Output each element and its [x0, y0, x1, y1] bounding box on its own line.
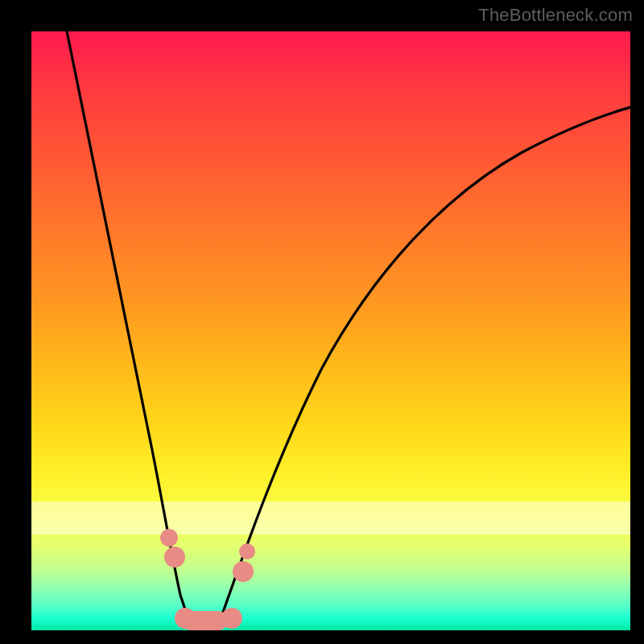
- marker-dot: [164, 547, 185, 568]
- marker-dot: [239, 543, 255, 559]
- marker-dot: [233, 561, 254, 582]
- bottleneck-curve: [31, 31, 630, 630]
- watermark-text: TheBottleneck.com: [478, 5, 633, 26]
- plot-area: [31, 31, 630, 630]
- marker-dot: [221, 608, 242, 629]
- marker-dot: [175, 608, 196, 629]
- chart-frame: TheBottleneck.com: [0, 0, 644, 644]
- marker-dot: [160, 529, 178, 547]
